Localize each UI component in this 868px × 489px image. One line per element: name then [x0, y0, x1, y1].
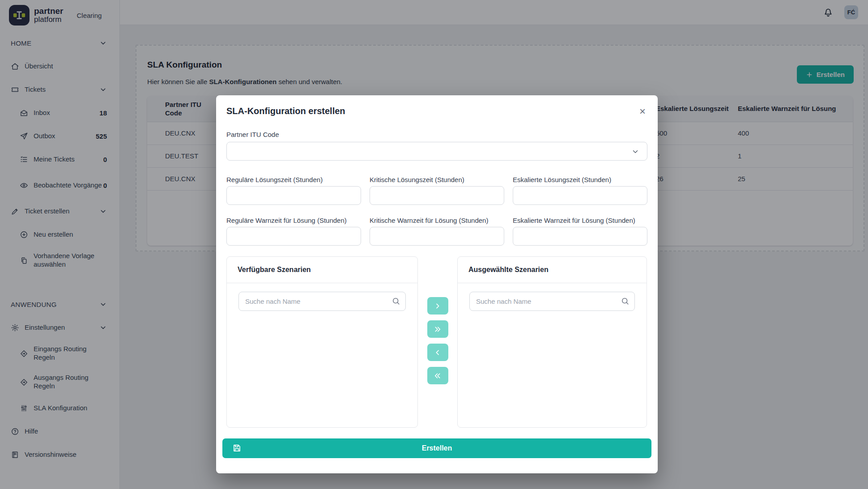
modal-title: SLA-Konfiguration erstellen	[226, 95, 647, 116]
available-szenarien-title: Verfügbare Szenarien	[227, 257, 417, 283]
create-sla-modal: SLA-Konfiguration erstellen × Partner IT…	[216, 95, 658, 473]
regulaere-warnzeit-label: Reguläre Warnzeit für Lösung (Stunden)	[226, 217, 361, 224]
move-left-button[interactable]	[427, 344, 448, 361]
regulaere-loesungszeit-input[interactable]	[226, 186, 361, 205]
warnzeit-fields: Reguläre Warnzeit für Lösung (Stunden) K…	[226, 217, 647, 246]
regulaere-warnzeit-input[interactable]	[226, 227, 361, 246]
kritische-loesungszeit-input[interactable]	[370, 186, 504, 205]
submit-create-button[interactable]: Erstellen	[222, 438, 651, 458]
eskalierte-loesungszeit-label: Eskalierte Lösungszeit (Stunden)	[513, 176, 647, 183]
eskalierte-loesungszeit-input[interactable]	[513, 186, 647, 205]
move-all-right-button[interactable]	[427, 320, 448, 338]
partner-itu-code-label: Partner ITU Code	[226, 131, 647, 138]
move-all-left-button[interactable]	[427, 367, 448, 384]
eskalierte-warnzeit-label: Eskalierte Warnzeit für Lösung (Stunden)	[513, 217, 647, 224]
szenarien-dual-list: Verfügbare Szenarien Ausgewählte Szenari…	[226, 256, 647, 428]
move-right-button[interactable]	[427, 297, 448, 315]
loesungszeit-fields: Reguläre Lösungszeit (Stunden) Kritische…	[226, 176, 647, 205]
selected-szenarien-title: Ausgewählte Szenarien	[458, 257, 647, 283]
available-szenarien-search-input[interactable]	[238, 292, 406, 311]
selected-szenarien-search-input[interactable]	[469, 292, 635, 311]
regulaere-loesungszeit-label: Reguläre Lösungszeit (Stunden)	[226, 176, 361, 183]
kritische-warnzeit-input[interactable]	[370, 227, 504, 246]
eskalierte-warnzeit-input[interactable]	[513, 227, 647, 246]
partner-itu-code-select[interactable]	[226, 142, 647, 161]
close-icon[interactable]: ×	[634, 103, 651, 119]
save-icon	[232, 443, 242, 453]
kritische-loesungszeit-label: Kritische Lösungszeit (Stunden)	[370, 176, 504, 183]
selected-szenarien-panel: Ausgewählte Szenarien	[457, 256, 647, 428]
available-szenarien-panel: Verfügbare Szenarien	[226, 256, 418, 428]
kritische-warnzeit-label: Kritische Warnzeit für Lösung (Stunden)	[370, 217, 504, 224]
transfer-buttons	[418, 256, 457, 428]
